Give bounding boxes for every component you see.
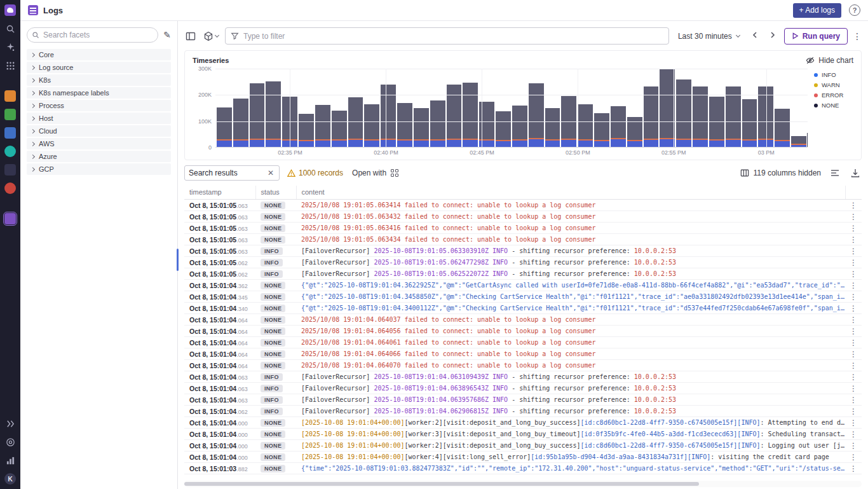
datadog-logo[interactable] [4, 4, 16, 16]
log-row[interactable]: Oct 8, 15:01:04.064NONE2025/10/08 19:01:… [184, 360, 862, 371]
apps-grid-icon[interactable] [4, 60, 16, 71]
row-kebab-menu[interactable]: ⋮ [845, 406, 862, 417]
saved-view-input[interactable] [189, 169, 266, 177]
facet-search-input[interactable] [27, 27, 158, 43]
timeseries-chart[interactable]: 300K200K100K0 02:35 PM02:40 PM02:45 PM02… [193, 69, 808, 157]
hide-chart-button[interactable]: Hide chart [806, 56, 853, 65]
log-row[interactable]: Oct 8, 15:01:04.000NONE[2025-10-08 19:01… [184, 429, 862, 440]
log-row[interactable]: Oct 8, 15:01:05.063NONE2025/10/08 19:01:… [184, 223, 862, 234]
chart-bar[interactable] [414, 108, 429, 147]
log-row[interactable]: Oct 8, 15:01:03.882NONE{"time":"2025-10-… [184, 463, 862, 474]
edit-facets-icon[interactable]: ✎ [163, 30, 171, 40]
log-row[interactable]: Oct 8, 15:01:05.063INFO[FailoverRecursor… [184, 245, 862, 257]
facet-item-log-source[interactable]: Log source [27, 62, 171, 73]
chart-bar[interactable] [397, 103, 412, 147]
logs-product-icon[interactable] [4, 213, 16, 224]
row-kebab-menu[interactable]: ⋮ [845, 360, 862, 371]
time-range-select[interactable]: Last 30 minutes [674, 28, 743, 45]
log-row[interactable]: Oct 8, 15:01:04.000NONE[2025-10-08 19:01… [184, 440, 862, 451]
chart-bar[interactable] [545, 108, 560, 147]
chart-bar[interactable] [578, 104, 593, 147]
usage-chart-icon[interactable] [4, 455, 16, 466]
facet-item-process[interactable]: Process [27, 100, 171, 111]
user-avatar[interactable]: K [4, 473, 16, 485]
log-row[interactable]: Oct 8, 15:01:05.062INFO[FailoverRecursor… [184, 257, 862, 268]
facet-item-gcp[interactable]: GCP [27, 163, 171, 175]
log-row[interactable]: Oct 8, 15:01:04.340NONE{"@t":"2025-10-08… [184, 303, 862, 314]
row-kebab-menu[interactable]: ⋮ [845, 257, 862, 268]
expand-nav-icon[interactable] [4, 418, 16, 429]
facet-item-aws[interactable]: AWS [27, 138, 171, 149]
row-kebab-menu[interactable]: ⋮ [845, 348, 862, 360]
log-row[interactable]: Oct 8, 15:01:05.063NONE2025/10/08 19:01:… [184, 200, 862, 211]
col-header-timestamp[interactable]: timestamp [184, 186, 255, 200]
clear-icon[interactable]: ✕ [266, 169, 275, 177]
chart-bar[interactable] [332, 111, 347, 147]
col-header-content[interactable]: content [296, 186, 845, 200]
search-icon[interactable] [4, 23, 16, 34]
columns-hidden-button[interactable]: 119 columns hidden [740, 169, 821, 177]
chart-bar[interactable] [742, 99, 757, 147]
query-filter-input[interactable] [243, 32, 663, 41]
time-back-button[interactable] [749, 30, 761, 42]
chart-bar[interactable] [233, 99, 248, 147]
toolbar-kebab-menu[interactable]: ⋮ [853, 32, 862, 41]
chart-bar[interactable] [529, 83, 544, 147]
row-kebab-menu[interactable]: ⋮ [845, 234, 862, 245]
chart-bar[interactable] [463, 83, 478, 147]
col-header-status[interactable]: status [255, 186, 296, 200]
chart-bar[interactable] [512, 106, 527, 147]
log-row[interactable]: Oct 8, 15:01:04.064NONE2025/10/08 19:01:… [184, 337, 862, 348]
legend-item-none[interactable]: NONE [814, 102, 853, 109]
chart-bar[interactable] [299, 114, 314, 147]
row-kebab-menu[interactable]: ⋮ [845, 429, 862, 440]
log-row[interactable]: Oct 8, 15:01:04.063INFO[FailoverRecursor… [184, 394, 862, 406]
row-kebab-menu[interactable]: ⋮ [845, 440, 862, 451]
pinned-product-2-icon[interactable] [4, 109, 16, 120]
log-row[interactable]: Oct 8, 15:01:05.063NONE2025/10/08 19:01:… [184, 211, 862, 223]
chart-bar[interactable] [775, 109, 790, 147]
chart-bar[interactable] [660, 69, 675, 147]
chart-bar[interactable] [594, 113, 609, 147]
pinned-product-6-icon[interactable] [4, 183, 16, 194]
row-kebab-menu[interactable]: ⋮ [845, 383, 862, 394]
chart-bar[interactable] [430, 100, 445, 147]
sparkle-assistant-icon[interactable] [4, 41, 16, 53]
log-row[interactable]: Oct 8, 15:01:04.362NONE{"@t":"2025-10-08… [184, 280, 862, 291]
horizontal-scrollbar[interactable] [184, 481, 862, 487]
log-row[interactable]: Oct 8, 15:01:04.345NONE{"@t":"2025-10-08… [184, 291, 862, 303]
row-kebab-menu[interactable]: ⋮ [845, 303, 862, 314]
chart-bar[interactable] [611, 106, 626, 147]
time-forward-button[interactable] [766, 30, 779, 42]
log-row[interactable]: Oct 8, 15:01:04.063INFO[FailoverRecursor… [184, 371, 862, 383]
row-kebab-menu[interactable]: ⋮ [845, 280, 862, 291]
chart-bar[interactable] [791, 136, 806, 147]
view-selector-button[interactable] [202, 30, 220, 43]
add-logs-button[interactable]: + Add logs [793, 3, 841, 18]
row-kebab-menu[interactable]: ⋮ [845, 200, 862, 211]
row-kebab-menu[interactable]: ⋮ [845, 417, 862, 429]
chart-bar[interactable] [315, 105, 330, 147]
facet-item-core[interactable]: Core [27, 49, 171, 60]
log-row[interactable]: Oct 8, 15:01:04.000NONE[2025-10-08 19:01… [184, 451, 862, 463]
facet-item-azure[interactable]: Azure [27, 151, 171, 162]
row-kebab-menu[interactable]: ⋮ [845, 211, 862, 223]
chart-bar[interactable] [266, 81, 281, 147]
chart-bar[interactable] [217, 107, 232, 147]
pinned-product-5-icon[interactable] [4, 164, 16, 176]
row-kebab-menu[interactable]: ⋮ [845, 394, 862, 406]
pinned-product-3-icon[interactable] [4, 127, 16, 139]
row-kebab-menu[interactable]: ⋮ [845, 268, 862, 280]
chart-bar[interactable] [364, 104, 379, 147]
run-query-button[interactable]: Run query [784, 28, 848, 45]
row-kebab-menu[interactable]: ⋮ [845, 326, 862, 337]
row-kebab-menu[interactable]: ⋮ [845, 314, 862, 326]
log-row[interactable]: Oct 8, 15:01:04.000NONE[2025-10-08 19:01… [184, 417, 862, 429]
row-display-options-icon[interactable] [829, 167, 841, 179]
log-row[interactable]: Oct 8, 15:01:05.063NONE2025/10/08 19:01:… [184, 234, 862, 245]
download-icon[interactable] [849, 167, 862, 179]
help-button[interactable]: ? [849, 4, 860, 16]
log-row[interactable]: Oct 8, 15:01:04.062INFO[FailoverRecursor… [184, 406, 862, 417]
facet-item-host[interactable]: Host [27, 113, 171, 124]
pinned-product-1-icon[interactable] [4, 90, 16, 102]
